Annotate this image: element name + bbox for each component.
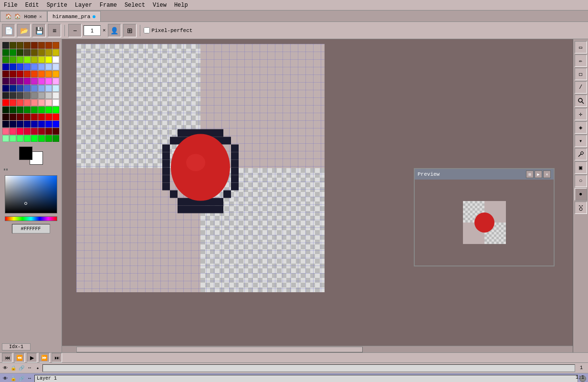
palette-cell-96[interactable] bbox=[2, 128, 9, 135]
palette-cell-88[interactable] bbox=[2, 121, 9, 127]
palette-cell-19[interactable] bbox=[24, 56, 31, 63]
play-button[interactable]: ▶ bbox=[27, 353, 37, 362]
palette-cell-7[interactable] bbox=[52, 42, 59, 49]
palette-cell-48[interactable] bbox=[2, 85, 9, 92]
palette-cell-78[interactable] bbox=[45, 106, 52, 113]
palette-cell-1[interactable] bbox=[10, 42, 16, 49]
palette-cell-22[interactable] bbox=[45, 56, 52, 63]
preview-expand-button[interactable]: ⊞ bbox=[526, 170, 534, 178]
palette-cell-57[interactable] bbox=[10, 92, 16, 99]
continuous-icon-0[interactable]: ↔ bbox=[26, 365, 33, 371]
palette-cell-23[interactable] bbox=[52, 56, 59, 63]
palette-cell-16[interactable] bbox=[2, 56, 9, 63]
palette-cell-68[interactable] bbox=[31, 99, 38, 106]
go-last-frame-button[interactable]: ⏭ bbox=[52, 353, 62, 362]
palette-cell-84[interactable] bbox=[31, 114, 38, 120]
palette-cell-45[interactable] bbox=[38, 78, 45, 85]
palette-cell-81[interactable] bbox=[10, 114, 16, 120]
palette-cell-50[interactable] bbox=[17, 85, 23, 92]
palette-cell-76[interactable] bbox=[31, 106, 38, 113]
menu-edit[interactable]: Edit bbox=[21, 1, 43, 10]
palette-cell-65[interactable] bbox=[10, 99, 16, 106]
foreground-color-box[interactable] bbox=[19, 147, 32, 160]
tab-home[interactable]: 🏠 🏠 Home ✕ bbox=[0, 11, 47, 21]
lock-icon-1[interactable]: 🔒 bbox=[10, 375, 17, 382]
line-tool-button[interactable]: / bbox=[575, 81, 587, 94]
palette-cell-4[interactable] bbox=[31, 42, 38, 49]
spray-tool-button[interactable] bbox=[575, 202, 587, 214]
palette-cell-51[interactable] bbox=[24, 85, 31, 92]
palette-cell-25[interactable] bbox=[10, 64, 16, 70]
open-file-button[interactable]: 📂 bbox=[17, 24, 31, 37]
menu-frame[interactable]: Frame bbox=[96, 1, 121, 10]
palette-cell-105[interactable] bbox=[10, 135, 16, 142]
palette-cell-27[interactable] bbox=[24, 64, 31, 70]
move-tool-button[interactable]: ✛ bbox=[575, 108, 587, 120]
palette-cell-97[interactable] bbox=[10, 128, 16, 135]
zoom-input[interactable] bbox=[84, 25, 101, 36]
palette-cell-80[interactable] bbox=[2, 114, 9, 120]
palette-cell-28[interactable] bbox=[31, 64, 38, 70]
menu-view[interactable]: View bbox=[149, 1, 170, 10]
palette-cell-47[interactable] bbox=[52, 78, 59, 85]
palette-cell-110[interactable] bbox=[45, 135, 52, 142]
palette-cell-92[interactable] bbox=[31, 121, 38, 127]
palette-cell-77[interactable] bbox=[38, 106, 45, 113]
new-file-button[interactable]: 📄 bbox=[2, 24, 15, 37]
palette-cell-2[interactable] bbox=[17, 42, 23, 49]
pixel-perfect-checkbox[interactable] bbox=[144, 27, 150, 33]
palette-cell-39[interactable] bbox=[52, 71, 59, 77]
preview-play-button[interactable]: ▶ bbox=[535, 170, 542, 178]
link-icon-0[interactable]: 🔗 bbox=[18, 365, 25, 371]
palette-cell-103[interactable] bbox=[52, 128, 59, 135]
zoom-out-button[interactable]: − bbox=[68, 24, 82, 37]
palette-cell-37[interactable] bbox=[38, 71, 45, 77]
visibility-icon-0[interactable]: 👁 bbox=[2, 365, 9, 371]
palette-cell-3[interactable] bbox=[24, 42, 31, 49]
palette-cell-49[interactable] bbox=[10, 85, 16, 92]
palette-cell-72[interactable] bbox=[2, 106, 9, 113]
palette-cell-36[interactable] bbox=[31, 71, 38, 77]
prev-frame-button[interactable]: ⏪ bbox=[14, 353, 25, 362]
palette-cell-15[interactable] bbox=[52, 49, 59, 56]
fit-screen-button[interactable]: ⊞ bbox=[123, 24, 136, 37]
save-file-button[interactable]: 💾 bbox=[32, 24, 46, 37]
palette-cell-111[interactable] bbox=[52, 135, 59, 142]
palette-cell-90[interactable] bbox=[17, 121, 23, 127]
palette-cell-79[interactable] bbox=[52, 106, 59, 113]
palette-cell-21[interactable] bbox=[38, 56, 45, 63]
layer-1-name[interactable]: Layer 1 bbox=[34, 375, 578, 382]
palette-cell-83[interactable] bbox=[24, 114, 31, 120]
zoom-tool-button[interactable] bbox=[575, 95, 587, 107]
palette-cell-35[interactable] bbox=[24, 71, 31, 77]
palette-cell-62[interactable] bbox=[45, 92, 52, 99]
palette-cell-18[interactable] bbox=[17, 56, 23, 63]
palette-cell-66[interactable] bbox=[17, 99, 23, 106]
palette-cell-52[interactable] bbox=[31, 85, 38, 92]
palette-cell-32[interactable] bbox=[2, 71, 9, 77]
continuous-icon-1[interactable]: ↔ bbox=[26, 375, 33, 382]
palette-cell-106[interactable] bbox=[17, 135, 23, 142]
palette-cell-33[interactable] bbox=[10, 71, 16, 77]
visibility-icon-1[interactable]: 👁 bbox=[2, 375, 9, 382]
palette-cell-100[interactable] bbox=[31, 128, 38, 135]
palette-cell-5[interactable] bbox=[38, 42, 45, 49]
palette-cell-56[interactable] bbox=[2, 92, 9, 99]
eraser-tool-button[interactable]: ◻ bbox=[575, 68, 587, 80]
marquee-tool-button[interactable]: ▭ bbox=[575, 41, 587, 53]
palette-cell-107[interactable] bbox=[24, 135, 31, 142]
palette-cell-55[interactable] bbox=[52, 85, 59, 92]
palette-cell-12[interactable] bbox=[31, 49, 38, 56]
palette-cell-44[interactable] bbox=[31, 78, 38, 85]
palette-cell-0[interactable] bbox=[2, 42, 9, 49]
sprite-canvas[interactable] bbox=[76, 44, 325, 292]
menu-layer[interactable]: Layer bbox=[71, 1, 96, 10]
palette-cell-30[interactable] bbox=[45, 64, 52, 70]
blend-icon-0[interactable]: ✦ bbox=[34, 365, 41, 371]
palette-cell-11[interactable] bbox=[24, 49, 31, 56]
save-as-button[interactable]: ≡ bbox=[48, 24, 61, 37]
palette-cell-6[interactable] bbox=[45, 42, 52, 49]
palette-cell-9[interactable] bbox=[10, 49, 16, 56]
hex-value-display[interactable]: #FFFFFF bbox=[12, 224, 50, 233]
palette-cell-91[interactable] bbox=[24, 121, 31, 127]
